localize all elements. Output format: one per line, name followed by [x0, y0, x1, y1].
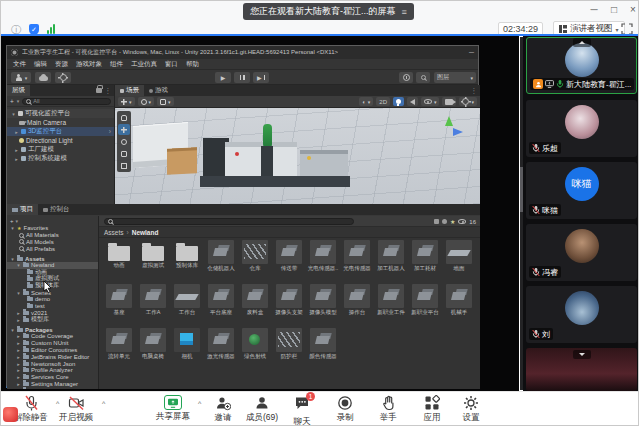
maximize-button[interactable]: □: [606, 4, 622, 15]
asset-tile[interactable]: 废料盒: [239, 284, 271, 316]
tab-project[interactable]: 项目: [7, 204, 38, 215]
rect-tool[interactable]: [118, 160, 130, 171]
asset-tile[interactable]: 光电传感器..: [307, 240, 339, 272]
menu-edit[interactable]: 编辑: [34, 60, 47, 69]
asset-tile[interactable]: 传送带: [273, 240, 305, 272]
tree-item-profile-analyzer[interactable]: ▸Profile Analyzer: [7, 367, 98, 374]
asset-tile[interactable]: 操作台: [341, 284, 373, 316]
lock-icon[interactable]: [96, 88, 102, 93]
prefab-open-arrow-icon[interactable]: ›: [109, 128, 111, 135]
participant-tile[interactable]: 冯睿: [526, 224, 637, 281]
create-button[interactable]: +: [10, 98, 14, 105]
expand-caret-icon[interactable]: ▸: [14, 156, 19, 162]
menu-window[interactable]: 窗口: [165, 60, 178, 69]
asset-tile[interactable]: 新职业工件: [375, 284, 407, 316]
tree-item-test-framework[interactable]: ▸Test Framework: [7, 387, 98, 389]
create-asset-button[interactable]: +: [10, 218, 14, 224]
menu-gameobject[interactable]: 游戏对象: [76, 60, 102, 69]
asset-tile[interactable]: 电脑桌椅: [137, 328, 169, 360]
menu-assets[interactable]: 资源: [55, 60, 68, 69]
2d-toggle[interactable]: 2D: [376, 97, 390, 106]
kebab-menu-icon[interactable]: ⋮: [471, 87, 478, 95]
asset-tile[interactable]: 动画: [103, 240, 135, 269]
rotate-tool[interactable]: [118, 136, 130, 147]
cloud-button[interactable]: [35, 72, 51, 83]
favorites-header[interactable]: ▾★Favorites: [7, 225, 98, 232]
tree-item-newtonsoft[interactable]: ▸Newtonsoft Json: [7, 360, 98, 367]
asset-tile[interactable]: 光电传感器: [341, 240, 373, 272]
tree-item-demo[interactable]: demo: [7, 296, 98, 303]
unity-minimize-icon[interactable]: ─: [469, 49, 474, 56]
menu-help[interactable]: 帮助: [186, 60, 199, 69]
participant-tile[interactable]: 刘: [526, 286, 637, 343]
tab-hierarchy[interactable]: 层级: [7, 85, 30, 96]
step-button[interactable]: ▶: [253, 72, 269, 83]
hierarchy-item-directional-light[interactable]: Directional Light: [7, 136, 114, 145]
effects-dropdown[interactable]: ▾: [421, 97, 440, 106]
layers-dropdown[interactable]: 图层 ▾: [434, 72, 476, 83]
favorite-all-models[interactable]: All Models: [7, 239, 98, 246]
asset-tile[interactable]: 加工机器人: [375, 240, 407, 272]
asset-tile[interactable]: 虚拟测试: [137, 240, 169, 269]
tree-item-settings-manager[interactable]: ▸Settings Manager: [7, 381, 98, 388]
menu-component[interactable]: 组件: [110, 60, 123, 69]
hand-tool[interactable]: [118, 112, 130, 123]
menu-file[interactable]: 文件: [13, 60, 26, 69]
pause-button[interactable]: [234, 72, 250, 83]
close-button[interactable]: ×: [625, 4, 639, 15]
asset-tile[interactable]: 颜色传感器: [307, 328, 339, 360]
chevron-down-icon[interactable]: ▾: [17, 98, 20, 104]
unity-titlebar[interactable]: 工业数字孪生工程 - 可视化监控平台 - Windows, Mac, Linux…: [7, 46, 478, 59]
tab-game[interactable]: 游戏: [144, 85, 173, 96]
favorite-all-prefabs[interactable]: All Prefabs: [7, 245, 98, 252]
hierarchy-item-factory-model[interactable]: ▸ 工厂建模: [7, 145, 114, 154]
asset-tile[interactable]: 相机: [171, 328, 203, 360]
tree-item-test[interactable]: test: [7, 303, 98, 310]
tree-item-v2021[interactable]: ▸v2021: [7, 310, 98, 317]
hierarchy-item-3d-platform[interactable]: ▸ 3D监控平台 ›: [7, 127, 114, 136]
hierarchy-item-control-system[interactable]: ▸ 控制系统建模: [7, 154, 114, 163]
account-button[interactable]: ▾: [11, 72, 31, 83]
gizmo-y-arrow[interactable]: [445, 116, 453, 126]
gizmos-dropdown[interactable]: ▾: [459, 97, 477, 106]
undo-history-button[interactable]: [399, 72, 413, 83]
project-search-input[interactable]: [104, 218, 354, 225]
scale-tool[interactable]: [118, 148, 130, 159]
tree-item-services-core[interactable]: ▸Services Core: [7, 374, 98, 381]
pivot-dropdown[interactable]: ▾: [138, 97, 155, 106]
participant-tile[interactable]: 咪猫 咪猫: [526, 162, 637, 219]
gizmo-x-arrow[interactable]: [453, 128, 463, 136]
tree-item-editor-coroutines[interactable]: ▸Editor Coroutines: [7, 347, 98, 354]
services-button[interactable]: [55, 72, 71, 83]
snap-dropdown[interactable]: ▾: [157, 97, 174, 106]
asset-tile[interactable]: 仓储机器人: [205, 240, 237, 272]
tree-item-packages[interactable]: ▾Packages: [7, 326, 98, 333]
asset-tile[interactable]: 地面: [443, 240, 475, 272]
minimize-button[interactable]: ─: [586, 4, 602, 15]
breadcrumb-newland[interactable]: Newland: [132, 229, 159, 236]
chat-button[interactable]: 1 聊天: [279, 395, 325, 426]
tree-item-assets[interactable]: ▾Assets: [7, 255, 98, 262]
saved-search-star-icon[interactable]: ★: [450, 218, 455, 225]
asset-tile[interactable]: 绿色射线: [239, 328, 271, 360]
start-video-button[interactable]: 开启视频: [53, 395, 99, 424]
hierarchy-scene-root[interactable]: ▾ 可视化监控平台: [7, 109, 114, 118]
tree-item-prefab-lib[interactable]: 预制体库: [7, 282, 98, 289]
tree-item-custom-nunit[interactable]: ▸Custom NUnit: [7, 340, 98, 347]
search-by-type-icon[interactable]: [434, 219, 439, 224]
hierarchy-search-input[interactable]: All: [22, 98, 111, 105]
asset-tile[interactable]: 基座: [103, 284, 135, 316]
expand-caret-icon[interactable]: ▾: [11, 111, 16, 117]
move-tool[interactable]: [118, 124, 130, 135]
asset-tile[interactable]: 摄像头支架: [273, 284, 305, 316]
camera-settings-button[interactable]: [442, 97, 456, 106]
tab-scene[interactable]: 场景: [115, 85, 144, 96]
asset-tile[interactable]: 激光传感器: [205, 328, 237, 360]
record-button[interactable]: 录制: [322, 395, 368, 424]
banner-menu-icon[interactable]: ≡: [402, 7, 407, 17]
expand-caret-icon[interactable]: ▸: [14, 147, 19, 153]
asset-tile[interactable]: 新职业平台: [409, 284, 441, 316]
kebab-menu-icon[interactable]: ⋮: [105, 87, 112, 95]
hierarchy-item-main-camera[interactable]: Main Camera: [7, 118, 114, 127]
breadcrumb-assets[interactable]: Assets: [104, 229, 124, 236]
